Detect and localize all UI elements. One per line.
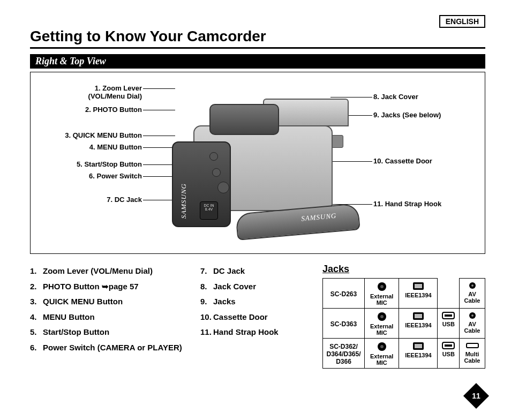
svg-rect-17 <box>415 344 422 348</box>
quick-menu-button-shape <box>209 152 218 161</box>
table-row: SC-D363ExternalMICIEEE1394USBAVCable <box>323 309 485 339</box>
jacks-heading: Jacks <box>322 264 485 275</box>
lower-content: 1.Zoom Lever (VOL/Menu Dial)2.PHOTO Butt… <box>30 264 485 369</box>
ieee-cell: IEEE1394 <box>399 309 438 339</box>
ieee-cell: IEEE1394 <box>399 339 438 369</box>
callout-8: 8. Jack Cover <box>373 93 418 101</box>
callout-6: 6. Power Switch <box>89 172 142 180</box>
svg-point-15 <box>380 345 384 348</box>
multi-cell: MultiCable <box>460 339 485 369</box>
language-badge: ENGLISH <box>439 15 485 28</box>
callout-11: 11. Hand Strap Hook <box>373 200 441 208</box>
lens-shape <box>209 104 279 135</box>
svg-point-1 <box>380 285 384 288</box>
svg-rect-19 <box>445 344 452 347</box>
svg-rect-11 <box>445 314 452 317</box>
table-row: SC-D362/D364/D365/D366ExternalMICIEEE139… <box>323 339 485 369</box>
brand-label-strap: SAMSUNG <box>301 212 337 223</box>
list-item: 4.MENU Button <box>30 310 191 325</box>
model-cell: SC-D263 <box>323 279 365 309</box>
diagram-frame: 1. Zoom Lever(VOL/Menu Dial)2. PHOTO But… <box>30 72 485 254</box>
list-item: 8.Jack Cover <box>200 279 313 295</box>
callout-1: 1. Zoom Lever(VOL/Menu Dial) <box>88 84 142 100</box>
callout-9: 9. Jacks (See below) <box>373 111 441 119</box>
section-heading: Right & Top View <box>30 54 485 69</box>
svg-rect-9 <box>415 314 422 318</box>
callout-4: 4. MENU Button <box>89 143 142 151</box>
jacks-block: Jacks SC-D263ExternalMICIEEE1394AVCableS… <box>322 264 485 369</box>
camcorder-illustration: SAMSUNG DC IN 8.4V SAMSUNG <box>161 93 354 232</box>
av-cell: AVCable <box>460 309 485 339</box>
ext_mic-cell: ExternalMIC <box>365 279 399 309</box>
list-item: 9.Jacks <box>200 294 313 310</box>
menu-button-shape <box>212 168 221 177</box>
callout-7: 7. DC Jack <box>107 196 142 204</box>
table-row: SC-D263ExternalMICIEEE1394AVCable <box>323 279 485 309</box>
usb-cell: USB <box>438 339 460 369</box>
list-item: 5.Start/Stop Button <box>30 325 191 340</box>
usb-cell: USB <box>438 309 460 339</box>
ext_mic-cell: ExternalMIC <box>365 309 399 339</box>
callout-2: 2. PHOTO Button <box>85 106 142 114</box>
svg-point-7 <box>380 315 384 318</box>
dc-jack-shape: DC IN 8.4V <box>200 201 218 220</box>
list-item: 1.Zoom Lever (VOL/Menu Dial) <box>30 264 191 279</box>
list-item: 3.QUICK MENU Button <box>30 294 191 310</box>
list-item: 2.PHOTO Button ➥page 57 <box>30 279 191 295</box>
title-rule <box>30 47 485 49</box>
list-item: 10.Cassette Door <box>200 310 313 325</box>
empty-cell <box>438 279 460 309</box>
model-cell: SC-D362/D364/D365/D366 <box>323 339 365 369</box>
model-cell: SC-D363 <box>323 309 365 339</box>
list-item: 6.Power Switch (CAMERA or PLAYER) <box>30 340 191 356</box>
svg-point-13 <box>471 314 474 317</box>
svg-point-5 <box>471 284 474 287</box>
ieee-cell: IEEE1394 <box>399 279 438 309</box>
svg-rect-3 <box>415 284 422 288</box>
jacks-table: SC-D263ExternalMICIEEE1394AVCableSC-D363… <box>322 278 485 369</box>
page-number: 11 <box>472 392 480 400</box>
svg-rect-20 <box>467 343 478 348</box>
av-cell: AVCable <box>460 279 485 309</box>
callout-3: 3. QUICK MENU Button <box>65 131 142 139</box>
callout-5: 5. Start/Stop Button <box>77 160 142 168</box>
ext_mic-cell: ExternalMIC <box>365 339 399 369</box>
list-item: 11.Hand Strap Hook <box>200 325 313 340</box>
power-switch-shape <box>217 182 229 193</box>
brand-label-vertical: SAMSUNG <box>179 183 188 219</box>
callout-10: 10. Cassette Door <box>373 157 432 165</box>
numbered-list-left: 1.Zoom Lever (VOL/Menu Dial)2.PHOTO Butt… <box>30 264 191 369</box>
list-item: 7.DC Jack <box>200 264 313 279</box>
page-title: Getting to Know Your Camcorder <box>30 28 485 45</box>
numbered-list-right: 7.DC Jack8.Jack Cover9.Jacks10.Cassette … <box>200 264 313 369</box>
page-number-badge: 11 <box>463 383 489 409</box>
